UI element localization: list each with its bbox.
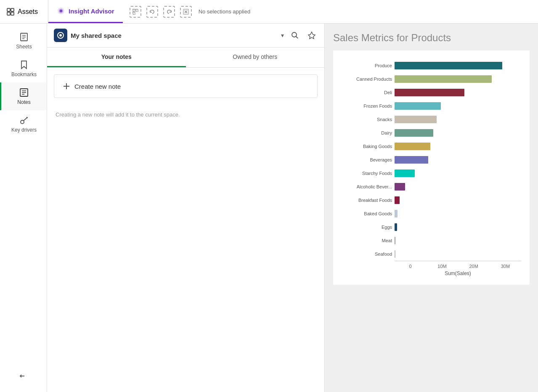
- svg-point-21: [21, 120, 24, 124]
- bar-label: Starchy Foods: [337, 171, 392, 176]
- sheet-icon: [19, 32, 29, 42]
- space-name: My shared space: [71, 32, 278, 39]
- x-label-0: 0: [395, 264, 426, 269]
- collapse-icon: [19, 372, 28, 380]
- space-icon: [54, 29, 67, 42]
- notes-icon: [19, 87, 29, 98]
- redo-icon: [166, 9, 172, 15]
- sidebar-bottom: [19, 367, 28, 392]
- sidebar-sheets-label: Sheets: [16, 44, 32, 50]
- pin-icon: [307, 31, 316, 40]
- svg-rect-0: [7, 8, 10, 11]
- sidebar-notes-label: Notes: [17, 99, 30, 105]
- select-icon: [133, 9, 138, 15]
- bar-fill: [395, 143, 430, 150]
- collapse-sidebar-button[interactable]: [19, 367, 28, 385]
- svg-rect-7: [133, 9, 135, 11]
- bar-row: Starchy Foods: [337, 167, 521, 180]
- bar-chart: ProduceCanned ProductsDeliFrozen FoodsSn…: [337, 59, 521, 261]
- svg-rect-1: [11, 8, 14, 11]
- bar-track: [395, 129, 521, 137]
- space-dropdown-icon[interactable]: ▾: [281, 32, 284, 39]
- selection-tool-1[interactable]: [130, 6, 141, 18]
- search-button[interactable]: [289, 29, 301, 41]
- redo-tool[interactable]: [163, 6, 175, 18]
- chart-area: Sales Metrics for Products ProduceCanned…: [325, 24, 538, 392]
- x-axis: 0 10M 20M 30M: [395, 261, 521, 269]
- bar-fill: [395, 89, 464, 96]
- bar-label: Beverages: [337, 157, 392, 162]
- topbar: Assets Insight Advisor: [0, 0, 538, 24]
- sidebar-item-notes[interactable]: Notes: [0, 82, 47, 110]
- pin-button[interactable]: [306, 29, 318, 41]
- bar-label: Eggs: [337, 225, 392, 230]
- tab-owned-by-others[interactable]: Owned by others: [186, 48, 325, 67]
- undo-tool[interactable]: [146, 6, 158, 18]
- x-label-20m: 20M: [458, 264, 490, 269]
- bar-fill: [395, 196, 400, 204]
- bar-fill: [395, 210, 398, 217]
- bar-row: Alcoholic Bever...: [337, 180, 521, 193]
- svg-rect-3: [11, 12, 14, 15]
- assets-button[interactable]: Assets: [0, 0, 48, 23]
- x-label-10m: 10M: [426, 264, 458, 269]
- bar-label: Alcoholic Bever...: [337, 184, 392, 189]
- bar-label: Baking Goods: [337, 144, 392, 149]
- tab-your-notes[interactable]: Your notes: [47, 48, 186, 67]
- chart-title: Sales Metrics for Products: [333, 32, 530, 44]
- insight-advisor-tab[interactable]: Insight Advisor: [48, 0, 123, 23]
- bar-row: Produce: [337, 59, 521, 72]
- bar-track: [395, 196, 521, 204]
- bar-fill: [395, 75, 492, 83]
- bar-fill: [395, 156, 428, 164]
- svg-rect-9: [133, 12, 135, 14]
- bar-track: [395, 170, 521, 177]
- bar-track: [395, 237, 521, 244]
- bar-row: Breakfast Foods: [337, 193, 521, 207]
- sidebar-item-bookmarks[interactable]: Bookmarks: [0, 55, 47, 82]
- bar-track: [395, 89, 521, 96]
- svg-line-22: [24, 117, 27, 121]
- header-actions: ▾: [281, 29, 318, 41]
- bar-track: [395, 210, 521, 217]
- create-note-label: Create new note: [74, 83, 121, 90]
- sidebar-bookmarks-label: Bookmarks: [11, 72, 37, 77]
- insight-advisor-label: Insight Advisor: [69, 8, 114, 15]
- chart-container: ProduceCanned ProductsDeliFrozen FoodsSn…: [333, 50, 530, 285]
- bar-fill: [395, 237, 395, 244]
- bar-label: Seafood: [337, 252, 392, 257]
- key-drivers-icon: [19, 115, 29, 125]
- bar-fill: [395, 170, 415, 177]
- create-note-button[interactable]: Create new note: [54, 74, 318, 98]
- svg-point-6: [60, 10, 62, 12]
- bar-track: [395, 75, 521, 83]
- bar-row: Canned Products: [337, 72, 521, 86]
- bookmark-icon: [19, 60, 29, 70]
- bar-fill: [395, 62, 502, 69]
- bar-label: Frozen Foods: [337, 103, 392, 109]
- assets-label: Assets: [18, 8, 38, 16]
- sidebar: Sheets Bookmarks Notes Key dr: [0, 24, 47, 392]
- svg-rect-2: [7, 12, 10, 15]
- clear-selections-tool[interactable]: [180, 6, 192, 18]
- bar-row: Deli: [337, 86, 521, 99]
- sidebar-item-sheets[interactable]: Sheets: [0, 27, 47, 55]
- insight-panel: My shared space ▾ Your notes: [47, 24, 325, 392]
- svg-rect-8: [136, 9, 138, 11]
- no-selections-text: No selections applied: [199, 8, 251, 15]
- bar-label: Meat: [337, 238, 392, 243]
- bar-track: [395, 143, 521, 150]
- clear-icon: [183, 9, 189, 15]
- grid-icon: [7, 8, 14, 16]
- bar-label: Dairy: [337, 130, 392, 135]
- bar-row: Dairy: [337, 126, 521, 140]
- plus-icon: [63, 82, 70, 90]
- bar-track: [395, 62, 521, 69]
- x-label-30m: 30M: [490, 264, 521, 269]
- bar-track: [395, 250, 521, 258]
- bar-label: Breakfast Foods: [337, 198, 392, 203]
- bar-track: [395, 116, 521, 123]
- bar-track: [395, 156, 521, 164]
- main-content: Sheets Bookmarks Notes Key dr: [0, 24, 538, 392]
- sidebar-item-key-drivers[interactable]: Key drivers: [0, 110, 47, 138]
